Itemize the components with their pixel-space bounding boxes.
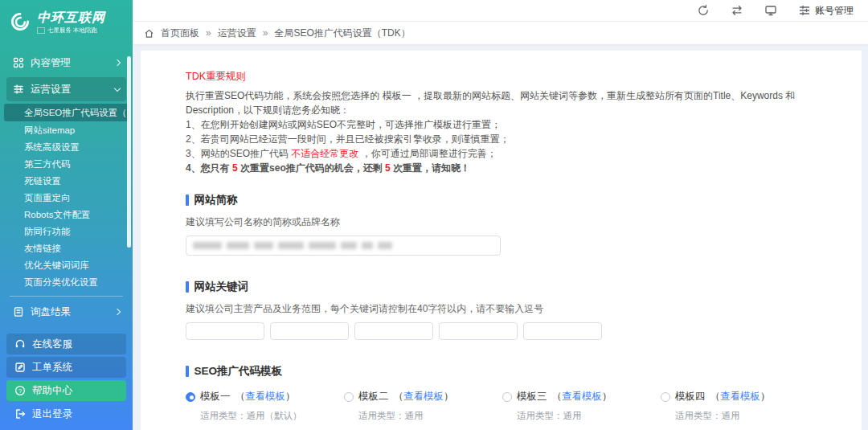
templates-section-title: SEO推广代码模板 [194,364,283,379]
radio-selected-icon[interactable] [186,392,195,402]
chevron-down-icon [114,84,121,91]
templates-section-header: SEO推广代码模板 [186,364,845,379]
headset-icon [14,338,26,350]
sidebar-item-label: 运营设置 [31,83,108,96]
breadcrumb-current-page: 全局SEO推广代码设置（TDK） [274,27,410,40]
tdk-rule-3: 3、网站的SEO推广代码 不适合经常更改 ，你可通过局部调整进行完善； [186,146,845,161]
operation-settings-submenu: 全局SEO推广代码设置（TDK） 网站sitemap 系统高级设置 第三方代码 … [0,104,133,291]
refresh-icon[interactable] [697,4,710,17]
section-accent-bar [186,281,189,293]
template-radio-2[interactable]: 模板二 （查看模板） [344,390,502,403]
template-radio-3[interactable]: 模板三 （查看模板） [502,390,661,403]
sidebar-item-inquiry-results[interactable]: 询盘结果 [6,300,126,324]
template-type-label: 适用类型：通用（默认） [200,410,344,422]
chevron-right-icon [114,309,121,315]
sidebar-item-label: 退出登录 [32,407,72,421]
radio-unselected-icon[interactable] [344,392,354,402]
template-view-wrap: （查看模板） [235,390,296,403]
keywords-section-header: 网站关键词 [186,280,845,294]
keyword-input-2[interactable] [270,322,349,340]
sidebar-subitem-deadlink[interactable]: 死链设置 [0,173,133,190]
keyword-input-5[interactable] [523,322,602,340]
sidebar-item-operation-settings[interactable]: 运营设置 [6,77,126,101]
sidebar: 中环互联网 七星服务 本地陪跑 内容管理 运营设置 全局SEO推广代码设置（TD… [0,0,133,430]
reset-quota-remaining: 5 [385,162,391,174]
sidebar-scrollbar[interactable] [127,56,131,248]
sidebar-item-help-center[interactable]: ? 帮助中心 [6,380,126,401]
sidebar-nav: 内容管理 运营设置 全局SEO推广代码设置（TDK） 网站sitemap 系统高… [0,43,133,331]
topbar: 账号管理 [133,0,868,22]
sidebar-divider [10,296,123,297]
brand-name: 中环互联网 [37,10,105,27]
brand-badge [37,27,45,34]
sliders-icon [13,84,24,95]
sidebar-item-content-mgmt[interactable]: 内容管理 [6,51,126,75]
worksheet-icon [14,362,26,373]
template-option-1: 模板一 （查看模板） 适用类型：通用（默认） [186,390,344,422]
keyword-input-3[interactable] [354,322,433,340]
template-radio-4[interactable]: 模板四 （查看模板） [661,390,819,403]
template-type-label: 适用类型：通用 [675,410,819,422]
template-name: 模板三 [517,390,547,403]
sidebar-subitem-thirdparty-code[interactable]: 第三方代码 [0,156,133,173]
radio-unselected-icon[interactable] [502,392,512,402]
site-name-input[interactable] [186,235,501,256]
site-name-hint: 建议填写公司名称的简称或品牌名称 [186,215,845,229]
sidebar-subitem-anti-peer[interactable]: 防同行功能 [0,223,133,240]
sidebar-utility: 在线客服 工单系统 ? 帮助中心 退出登录 [0,331,133,430]
breadcrumb-separator: » [263,27,268,39]
sidebar-item-online-support[interactable]: 在线客服 [6,334,126,354]
section-accent-bar [186,366,189,377]
monitor-icon[interactable] [764,4,777,17]
home-icon [144,28,154,39]
form-icon [13,306,24,317]
breadcrumb-operation-settings[interactable]: 运营设置 [218,27,256,40]
tdk-rules: TDK重要规则 执行重置SEO代码功能，系统会按照您选择的 模板一 ，提取最新的… [186,70,845,175]
sidebar-subitem-page-category-seo[interactable]: 页面分类优化设置 [0,274,133,291]
template-type-label: 适用类型：通用 [517,410,661,422]
template-name: 模板一 [200,390,231,403]
tdk-rule-1: 1、在您刚开始创建网站或网站SEO不完整时，可选择推广模板进行重置； [186,117,845,132]
sidebar-item-label: 内容管理 [31,56,108,70]
view-template-link[interactable]: 查看模板 [562,391,602,402]
radio-unselected-icon[interactable] [661,392,670,402]
account-management-button[interactable]: 账号管理 [798,4,854,18]
chevron-right-icon [114,59,121,66]
settings-card: TDK重要规则 执行重置SEO代码功能，系统会按照您选择的 模板一 ，提取最新的… [141,51,862,430]
brand-swirl-icon [8,10,32,34]
keywords-input-row [186,322,845,340]
sidebar-item-label: 在线客服 [32,338,72,351]
reset-quota-total: 5 [232,162,238,174]
sidebar-item-logout[interactable]: 退出登录 [6,403,126,424]
view-template-link[interactable]: 查看模板 [403,391,444,402]
swap-icon[interactable] [731,4,743,17]
template-view-wrap: （查看模板） [552,390,612,403]
template-option-3: 模板三 （查看模板） 适用类型：通用 [502,390,661,422]
template-view-wrap: （查看模板） [710,390,771,403]
sidebar-subitem-sitemap[interactable]: 网站sitemap [0,122,133,139]
sidebar-item-work-order[interactable]: 工单系统 [6,357,126,378]
keyword-input-4[interactable] [439,322,518,340]
sidebar-subitem-redirect[interactable]: 页面重定向 [0,190,133,207]
work-area: TDK重要规则 执行重置SEO代码功能，系统会按照您选择的 模板一 ，提取最新的… [133,44,868,430]
sidebar-subitem-friend-links[interactable]: 友情链接 [0,240,133,257]
view-template-link[interactable]: 查看模板 [245,391,285,402]
template-option-4: 模板四 （查看模板） 适用类型：通用 [661,390,819,422]
sidebar-item-label: 询盘结果 [31,305,108,319]
sidebar-subitem-tdk[interactable]: 全局SEO推广代码设置（TDK） [4,104,129,121]
sidebar-subitem-advanced[interactable]: 系统高级设置 [0,139,133,156]
tdk-rules-title: TDK重要规则 [186,70,845,84]
template-type-label: 适用类型：通用 [358,410,502,422]
breadcrumb-home[interactable]: 首页面板 [161,27,199,40]
keyword-input-1[interactable] [186,322,264,340]
sidebar-subitem-keyword-library[interactable]: 优化关键词词库 [0,257,133,274]
breadcrumb: 首页面板 » 运营设置 » 全局SEO推广代码设置（TDK） [133,22,868,44]
template-radio-1[interactable]: 模板一 （查看模板） [186,390,344,403]
template-view-wrap: （查看模板） [394,390,454,403]
tdk-rule-4: 4、您只有 5 次重置seo推广代码的机会，还剩 5 次重置，请知晓！ [186,161,845,175]
view-template-link[interactable]: 查看模板 [720,391,760,402]
keywords-hint: 建议填公司主营产品及业务范围，每个关键词请控制在40字符以内，请不要输入逗号 [186,302,845,316]
site-name-section-title: 网站简称 [194,193,238,207]
sidebar-subitem-robots[interactable]: Robots文件配置 [0,207,133,223]
site-name-redacted-value [193,242,392,249]
